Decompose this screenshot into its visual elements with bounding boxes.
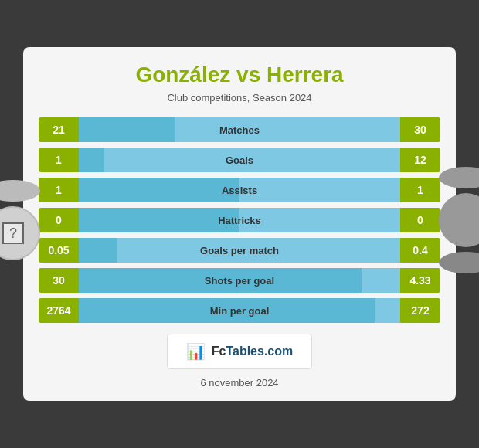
stat-label: Assists xyxy=(222,185,257,196)
blob-top-right xyxy=(439,167,479,188)
stat-right-val: 12 xyxy=(400,148,440,172)
footer-date: 6 november 2024 xyxy=(39,377,440,389)
stat-row: 1 Assists 1 xyxy=(39,178,440,202)
blob-bottom-right xyxy=(439,252,479,273)
stat-row: 2764 Min per goal 272 xyxy=(39,298,440,323)
stats-area: ? 21 Matches 30 1 Goals 12 1 xyxy=(39,117,440,323)
stat-bar: Shots per goal xyxy=(79,268,400,293)
bar-fill xyxy=(79,148,104,172)
stat-row: 1 Goals 12 xyxy=(39,148,440,172)
stat-label: Hattricks xyxy=(218,215,261,226)
stat-bar: Assists xyxy=(79,178,400,202)
stat-row: 21 Matches 30 xyxy=(39,117,440,142)
logo-box: 📊 FcTables.com xyxy=(167,334,313,369)
subtitle: Club competitions, Season 2024 xyxy=(39,92,440,104)
stat-label: Goals per match xyxy=(200,245,279,256)
stat-left-val: 2764 xyxy=(39,298,79,323)
bar-fill xyxy=(79,238,117,263)
bar-fill xyxy=(79,178,240,202)
stat-label: Min per goal xyxy=(210,305,270,317)
stat-left-val: 21 xyxy=(39,117,79,142)
stat-bar: Min per goal xyxy=(79,298,400,323)
blob-top-left xyxy=(0,180,40,202)
stat-right-val: 30 xyxy=(400,117,440,142)
avatar-left: ? xyxy=(0,180,40,260)
stat-row: 30 Shots per goal 4.33 xyxy=(39,268,440,293)
logo-area: 📊 FcTables.com xyxy=(39,334,440,369)
logo-text: FcTables.com xyxy=(212,344,294,358)
question-icon-left: ? xyxy=(2,222,24,244)
stat-bar: Hattricks xyxy=(79,208,400,232)
stat-left-val: 1 xyxy=(39,148,79,172)
stat-rows-container: 21 Matches 30 1 Goals 12 1 Assists 1 0 xyxy=(39,117,440,323)
avatar-circle-left: ? xyxy=(0,206,40,260)
stat-right-val: 4.33 xyxy=(400,268,440,293)
logo-icon: 📊 xyxy=(186,342,206,361)
bar-fill xyxy=(79,208,240,232)
stat-right-val: 272 xyxy=(400,298,440,323)
stat-bar: Matches xyxy=(79,117,400,142)
bar-fill xyxy=(79,117,175,142)
stat-left-val: 30 xyxy=(39,268,79,293)
avatar-circle-right xyxy=(439,193,479,247)
stat-row: 0.05 Goals per match 0.4 xyxy=(39,238,440,263)
comparison-card: González vs Herrera Club competitions, S… xyxy=(23,47,456,401)
stat-bar: Goals per match xyxy=(79,238,400,263)
stat-label: Matches xyxy=(219,124,260,136)
stat-left-val: 1 xyxy=(39,178,79,202)
page-title: González vs Herrera xyxy=(39,63,440,87)
stat-left-val: 0 xyxy=(39,208,79,232)
stat-right-val: 1 xyxy=(400,178,440,202)
stat-right-val: 0.4 xyxy=(400,238,440,263)
stat-label: Goals xyxy=(226,154,253,166)
stat-left-val: 0.05 xyxy=(39,238,79,263)
stat-row: 0 Hattricks 0 xyxy=(39,208,440,232)
stat-label: Shots per goal xyxy=(205,275,274,287)
stat-right-val: 0 xyxy=(400,208,440,232)
stat-bar: Goals xyxy=(79,148,400,172)
avatar-right xyxy=(439,167,479,273)
